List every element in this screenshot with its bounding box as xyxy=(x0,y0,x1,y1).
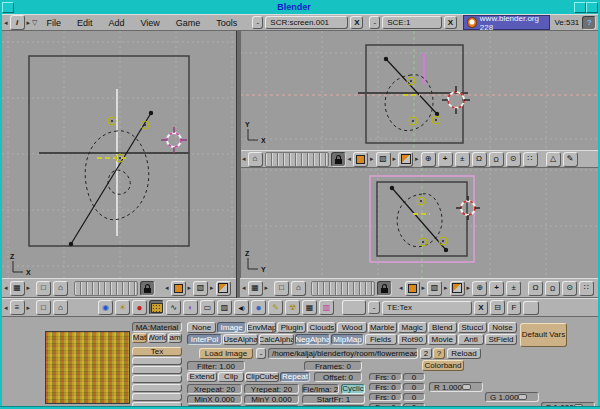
menu-tools[interactable]: Tools xyxy=(209,18,244,28)
menu-add[interactable]: Add xyxy=(101,18,131,28)
clipcube-button[interactable]: ClipCube xyxy=(245,372,279,382)
rotate-individual-button[interactable]: ∷ xyxy=(579,281,594,296)
texture-channel-active[interactable]: Tex xyxy=(132,347,182,356)
split-arrow-right-icon[interactable]: ▸ xyxy=(444,284,448,292)
default-vars-button[interactable]: Default Vars xyxy=(520,323,567,347)
flag-fields-button[interactable]: Fields xyxy=(365,334,397,345)
vertex-paint-button[interactable]: ✎ xyxy=(563,152,578,167)
menu-view[interactable]: View xyxy=(133,18,166,28)
edit-buttons-tab[interactable]: ▭ xyxy=(200,300,215,315)
clip-button[interactable]: Clip xyxy=(218,372,244,382)
slider-g[interactable]: G 1.000 xyxy=(485,392,539,402)
split-arrow-left-icon[interactable]: ◂ xyxy=(242,284,246,292)
view-pan-button[interactable]: + xyxy=(438,152,453,167)
draw-type-button[interactable]: ▧ xyxy=(193,281,208,296)
slider-r[interactable]: R 1.000 xyxy=(429,382,483,392)
split-arrow-left-icon[interactable]: ◂ xyxy=(348,155,352,163)
texture-collapse-button[interactable]: - xyxy=(368,301,380,314)
window-iconify-button[interactable] xyxy=(2,2,14,13)
type-marble-button[interactable]: Marble xyxy=(368,322,397,333)
repeat-button[interactable]: Repeat xyxy=(280,372,310,382)
full-window-button[interactable]: □ xyxy=(274,281,289,296)
view-buttons-tab[interactable]: ◉ xyxy=(98,300,113,315)
texture-channel-slot[interactable] xyxy=(132,393,182,401)
flag-movie-button[interactable]: Movie xyxy=(428,334,457,345)
viewport-bottom-right-canvas[interactable]: Z Y xyxy=(240,168,598,278)
global-view-button[interactable]: ⊕ xyxy=(421,152,436,167)
menu-edit[interactable]: Edit xyxy=(70,18,100,28)
type-blend-button[interactable]: Blend xyxy=(428,322,457,333)
sound-buttons-tab[interactable]: ◀) xyxy=(234,300,249,315)
image-buttons-tab[interactable]: ▥ xyxy=(319,300,334,315)
window-close-button[interactable] xyxy=(586,2,598,13)
screen-delete-button[interactable]: X xyxy=(350,16,363,29)
flag-stfield-button[interactable]: StField xyxy=(485,334,517,345)
yrepeat-field[interactable]: Yrepeat: 20 xyxy=(244,384,299,394)
blank-button[interactable] xyxy=(523,301,539,315)
type-magic-button[interactable]: Magic xyxy=(398,322,427,333)
view-pan-button[interactable]: + xyxy=(489,281,504,296)
startfr-field[interactable]: StartFr: 1 xyxy=(302,395,365,404)
load-image-button[interactable]: Load Image xyxy=(199,348,253,359)
extend-button[interactable]: Extend xyxy=(187,372,217,382)
texture-face-button[interactable] xyxy=(398,152,413,167)
split-arrow-left-icon[interactable]: ◂ xyxy=(399,284,403,292)
world-buttons-tab[interactable]: ◐ xyxy=(183,300,198,315)
frs-value-field[interactable]: 0 xyxy=(403,393,425,401)
texture-channel-slot[interactable] xyxy=(132,357,182,365)
window-type-button[interactable]: ▦ xyxy=(248,281,263,296)
radiosity-buttons-tab[interactable]: ☢ xyxy=(285,300,300,315)
frs-field[interactable]: Frs: 0 xyxy=(369,373,402,381)
flag-interpol-button[interactable]: InterPol xyxy=(187,334,222,345)
frs-value-field[interactable]: 0 xyxy=(403,383,425,391)
split-arrow-left-icon[interactable]: ◂ xyxy=(4,304,8,312)
scene-delete-button[interactable]: X xyxy=(444,16,457,29)
context-world-button[interactable]: World xyxy=(148,333,167,343)
rotate-cursor-button[interactable]: ⊙ xyxy=(562,281,577,296)
layer-buttons[interactable] xyxy=(265,152,329,167)
colorband-button[interactable]: Colorband xyxy=(422,360,464,371)
view-zoom-button[interactable]: ± xyxy=(455,152,470,167)
texture-face-button[interactable] xyxy=(216,281,231,296)
fake-user-button[interactable]: F xyxy=(507,301,521,315)
rotate-bbox-button[interactable]: Ω xyxy=(528,281,543,296)
flag-rot90-button[interactable]: Rot90 xyxy=(398,334,427,345)
material-buttons-tab[interactable]: ● xyxy=(132,300,147,315)
lamp-buttons-tab[interactable]: ☀ xyxy=(115,300,130,315)
cyclic-button[interactable]: Cyclic xyxy=(341,384,365,394)
split-arrow-right-icon[interactable]: ▸ xyxy=(415,155,419,163)
flag-anti-button[interactable]: Anti xyxy=(458,334,484,345)
layer-lock-button[interactable] xyxy=(377,281,392,296)
texture-buttons-tab[interactable] xyxy=(149,300,164,315)
view-home-button[interactable]: ⌂ xyxy=(53,300,68,315)
texture-delete-button[interactable]: X xyxy=(474,301,488,315)
global-view-button[interactable]: ⊕ xyxy=(472,281,487,296)
viewport-divider[interactable] xyxy=(236,31,241,298)
flag-usealpha-button[interactable]: UseAlpha xyxy=(223,334,258,345)
type-none-button[interactable]: None xyxy=(187,322,216,333)
split-arrow-right-icon[interactable]: ▸ xyxy=(27,304,31,312)
split-arrow-right-icon[interactable]: ▸ xyxy=(27,284,31,292)
scene-collapse-button[interactable]: - xyxy=(369,16,380,29)
slider-knob[interactable] xyxy=(462,384,471,390)
frs-field[interactable]: Frs: 0 xyxy=(369,383,402,391)
split-arrow-right-icon[interactable]: ▸ xyxy=(393,155,397,163)
type-stucci-button[interactable]: Stucci xyxy=(458,322,487,333)
mode-menu-button[interactable] xyxy=(405,281,420,296)
frames-field[interactable]: Frames: 0 xyxy=(304,361,362,371)
fie-ima-field[interactable]: Fie/Ima: 2 xyxy=(302,384,339,394)
split-arrow-right-icon[interactable]: ▸ xyxy=(467,284,471,292)
view-home-button[interactable]: ⌂ xyxy=(53,281,68,296)
frs-field[interactable]: Frs: 0 xyxy=(369,393,402,401)
texture-name-field[interactable]: TE:Tex xyxy=(382,301,472,315)
flag-negalpha-button[interactable]: NegAlpha xyxy=(295,334,330,345)
type-wood-button[interactable]: Wood xyxy=(337,322,366,333)
pack-image-button[interactable]: ? xyxy=(433,348,445,359)
texture-channel-slot[interactable] xyxy=(132,375,182,383)
screen-name-field[interactable]: SCR:screen.001 xyxy=(265,16,348,29)
texture-channel-slot[interactable] xyxy=(132,366,182,374)
menu-file[interactable]: File xyxy=(39,18,68,28)
rotate-cursor-button[interactable]: ⊙ xyxy=(506,152,521,167)
texture-channel-slot[interactable] xyxy=(132,384,182,392)
rotate-bbox-button[interactable]: Ω xyxy=(472,152,487,167)
